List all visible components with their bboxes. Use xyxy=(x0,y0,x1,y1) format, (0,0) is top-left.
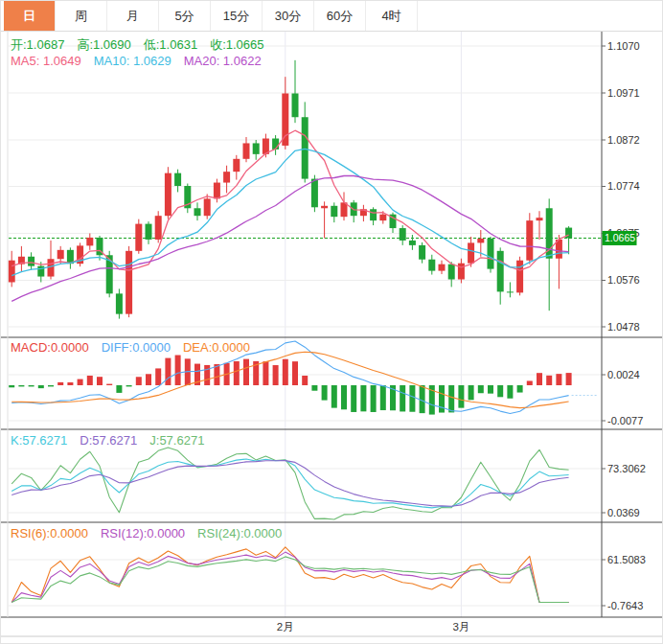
candle-body[interactable] xyxy=(370,209,377,220)
macd-histogram-bar xyxy=(556,374,561,385)
macd-histogram-bar xyxy=(488,385,493,394)
macd-histogram-bar xyxy=(360,385,366,411)
chart-area[interactable]: 1.10701.09711.08721.07741.06751.05761.04… xyxy=(1,32,663,637)
macd-readout: MACD:0.0000DIFF:0.0000DEA:0.0000 xyxy=(11,340,263,355)
current-price-badge-text: 1.0665 xyxy=(605,232,635,243)
candle-body[interactable] xyxy=(409,241,416,245)
macd-histogram-bar xyxy=(78,380,83,385)
tab-4hour[interactable]: 4时 xyxy=(366,1,418,31)
candle-body[interactable] xyxy=(9,261,15,283)
candle-body[interactable] xyxy=(400,228,406,241)
price-axis-label: 1.0478 xyxy=(607,321,640,333)
candle-body[interactable] xyxy=(214,183,220,199)
candle-body[interactable] xyxy=(48,259,55,276)
macd-histogram-bar xyxy=(243,359,249,385)
tab-60min[interactable]: 60分 xyxy=(314,1,366,31)
macd-histogram-bar xyxy=(478,385,484,393)
macd-histogram-bar xyxy=(136,377,142,385)
macd-axis-label: -0.0077 xyxy=(607,415,643,426)
d-line xyxy=(11,461,568,507)
candle-body[interactable] xyxy=(194,208,201,216)
ohlc-low-value: 低:1.0631 xyxy=(144,37,197,52)
ohlc-high-value: 高:1.0690 xyxy=(77,37,130,52)
macd-histogram-bar xyxy=(155,368,161,385)
macd-histogram-bar xyxy=(146,374,151,385)
timeframe-tabbar: 日周月5分15分30分60分4时 xyxy=(1,1,662,32)
price-axis-label: 1.0576 xyxy=(607,274,640,286)
macd-histogram-bar xyxy=(38,385,44,388)
trading-chart-app: 日周月5分15分30分60分4时 1.10701.09711.08721.077… xyxy=(0,0,663,644)
candle-body[interactable] xyxy=(331,206,337,217)
candle-body[interactable] xyxy=(28,257,34,266)
candle-body[interactable] xyxy=(253,143,260,153)
ma-ma5-value: MA5: 1.0649 xyxy=(11,54,81,68)
tab-30min[interactable]: 30分 xyxy=(263,1,314,31)
candle-body[interactable] xyxy=(321,206,328,208)
candle-body[interactable] xyxy=(526,220,533,261)
x-axis-month-label: 3月 xyxy=(452,621,469,632)
candle-body[interactable] xyxy=(57,250,64,259)
price-axis-label: 1.0774 xyxy=(607,180,640,192)
macd-histogram-bar xyxy=(263,361,268,385)
candle-body[interactable] xyxy=(379,215,386,220)
candle-body[interactable] xyxy=(507,291,514,292)
candle-body[interactable] xyxy=(223,172,230,182)
x-axis-month-label: 2月 xyxy=(277,621,294,632)
candle-body[interactable] xyxy=(116,293,123,313)
candle-body[interactable] xyxy=(311,179,318,208)
candle-body[interactable] xyxy=(419,245,425,260)
tab-15min[interactable]: 15分 xyxy=(211,1,263,31)
kdj-axis-label: 0.0369 xyxy=(607,507,640,518)
price-axis-label: 1.0971 xyxy=(607,87,640,99)
tab-month[interactable]: 月 xyxy=(107,1,159,31)
ohlc-open-value: 开:1.0687 xyxy=(11,37,64,52)
candle-body[interactable] xyxy=(497,251,504,292)
candle-body[interactable] xyxy=(488,239,494,269)
candle-body[interactable] xyxy=(302,117,309,178)
macd-histogram-bar xyxy=(234,361,240,385)
candle-body[interactable] xyxy=(458,264,465,280)
tab-week[interactable]: 周 xyxy=(56,1,107,31)
candle-body[interactable] xyxy=(174,173,181,186)
rsi-rsi12-value: RSI(12):0.0000 xyxy=(101,526,185,540)
rsi-axis-label: 61.5083 xyxy=(607,554,646,565)
macd-histogram-bar xyxy=(448,385,454,412)
ohlc-readout: 开:1.0687高:1.0690低:1.0631收:1.0665 xyxy=(11,36,277,54)
tab-day[interactable]: 日 xyxy=(4,1,56,31)
candle-body[interactable] xyxy=(272,139,279,150)
candle-body[interactable] xyxy=(126,251,132,314)
candle-body[interactable] xyxy=(537,218,543,220)
macd-histogram-bar xyxy=(311,385,317,391)
candle-body[interactable] xyxy=(243,143,250,158)
candle-body[interactable] xyxy=(86,238,93,245)
candle-body[interactable] xyxy=(477,239,484,242)
macd-histogram-bar xyxy=(283,359,288,385)
macd-histogram-bar xyxy=(332,385,337,408)
ma10-line xyxy=(11,149,568,275)
candle-body[interactable] xyxy=(135,224,142,251)
candle-body[interactable] xyxy=(292,93,299,117)
candle-body[interactable] xyxy=(428,260,435,271)
price-axis-label: 1.1070 xyxy=(607,40,640,52)
tab-5min[interactable]: 5分 xyxy=(159,1,211,31)
candle-body[interactable] xyxy=(439,264,446,271)
chart-canvas[interactable]: 1.10701.09711.08721.07741.06751.05761.04… xyxy=(1,32,663,637)
candle-body[interactable] xyxy=(146,224,152,240)
candle-body[interactable] xyxy=(516,261,523,293)
macd-axis-label: 0.0024 xyxy=(607,369,640,380)
macd-histogram-bar xyxy=(517,385,523,393)
rsi-readout: RSI(6):0.0000RSI(12):0.0000RSI(24):0.000… xyxy=(11,526,294,540)
candle-body[interactable] xyxy=(282,93,288,145)
candle-body[interactable] xyxy=(448,264,455,280)
macd-histogram-bar xyxy=(126,385,132,386)
candle-body[interactable] xyxy=(233,159,240,172)
candle-body[interactable] xyxy=(165,173,171,217)
macd-histogram-bar xyxy=(566,373,572,385)
dea-line xyxy=(11,352,568,407)
macd-histogram-bar xyxy=(165,358,171,385)
candle-body[interactable] xyxy=(204,198,211,216)
candle-body[interactable] xyxy=(468,242,474,263)
ma-readout: MA5: 1.0649MA10: 1.0629MA20: 1.0622 xyxy=(11,54,274,68)
candle-body[interactable] xyxy=(155,216,162,240)
macd-histogram-bar xyxy=(322,385,328,401)
